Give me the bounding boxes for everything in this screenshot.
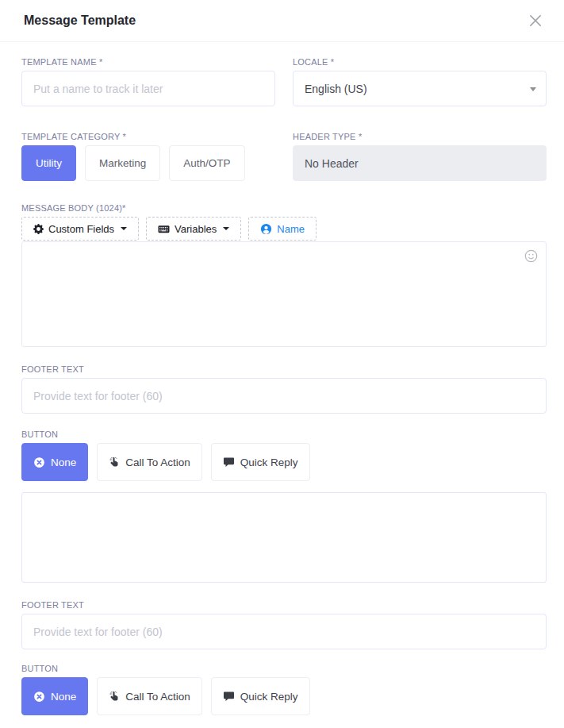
button-call-to-action[interactable]: Call To Action — [97, 443, 202, 481]
message-body-textarea[interactable] — [22, 242, 546, 346]
message-body-2-box — [21, 492, 547, 583]
button-2-quick-reply-label: Quick Reply — [240, 691, 298, 703]
category-authotp-button[interactable]: Auth/OTP — [169, 145, 244, 181]
message-body-toolbar: Custom Fields Variables Name — [21, 217, 547, 241]
button-2-none[interactable]: None — [21, 677, 88, 715]
header-type-select[interactable]: No Header — [293, 145, 547, 181]
modal-header: Message Template — [0, 0, 564, 42]
locale-value: English (US) — [305, 83, 367, 95]
button-quick-reply-label: Quick Reply — [240, 456, 298, 468]
header-type-value: No Header — [305, 157, 359, 170]
modal-title: Message Template — [24, 13, 136, 28]
button-type-options: None Call To Action Quick Reply — [21, 443, 547, 481]
chevron-down-icon — [121, 227, 127, 230]
template-category-label: TEMPLATE CATEGORY * — [21, 132, 275, 141]
locale-group: LOCALE * English (US) — [293, 57, 547, 106]
footer-text-2-label: FOOTER TEXT — [21, 600, 547, 610]
footer-text-group: FOOTER TEXT — [21, 364, 547, 414]
close-button[interactable] — [526, 11, 545, 30]
template-category-group: TEMPLATE CATEGORY * Utility Marketing Au… — [21, 132, 275, 181]
custom-fields-label: Custom Fields — [48, 223, 114, 235]
custom-fields-button[interactable]: Custom Fields — [21, 217, 139, 241]
chevron-down-icon — [530, 87, 536, 91]
footer-text-2-group: FOOTER TEXT — [21, 600, 547, 649]
message-body-2-textarea[interactable] — [22, 493, 546, 582]
button-type-2-group: BUTTON None Call To Action — [21, 664, 547, 715]
name-label: Name — [277, 223, 305, 235]
locale-select[interactable]: English (US) — [293, 71, 547, 106]
button-label: BUTTON — [21, 429, 547, 439]
x-circle-icon — [33, 456, 45, 468]
button-none-label: None — [51, 456, 76, 468]
header-type-group: HEADER TYPE * No Header — [293, 132, 547, 181]
header-type-label: HEADER TYPE * — [293, 132, 547, 141]
emoji-picker-button[interactable] — [523, 248, 539, 264]
template-name-input[interactable] — [21, 71, 275, 106]
category-utility-button[interactable]: Utility — [21, 145, 76, 181]
keyboard-icon — [158, 224, 170, 234]
button-2-quick-reply[interactable]: Quick Reply — [211, 677, 310, 715]
gear-icon — [33, 224, 44, 234]
template-name-group: TEMPLATE NAME * — [21, 57, 275, 106]
button-2-call-to-action[interactable]: Call To Action — [97, 677, 202, 715]
chat-bubble-icon — [223, 456, 235, 468]
template-name-label: TEMPLATE NAME * — [21, 57, 275, 67]
button-type-2-options: None Call To Action Quick Reply — [21, 677, 547, 715]
x-circle-icon — [33, 691, 45, 703]
button-none[interactable]: None — [21, 443, 88, 481]
message-body-box — [21, 241, 547, 347]
chat-bubble-icon — [223, 691, 235, 702]
footer-text-label: FOOTER TEXT — [21, 364, 547, 374]
locale-label: LOCALE * — [293, 57, 547, 67]
variables-button[interactable]: Variables — [146, 217, 241, 241]
modal-body: TEMPLATE NAME * LOCALE * English (US) TE… — [0, 42, 564, 715]
hand-pointer-icon — [109, 456, 120, 468]
smiley-icon — [524, 249, 538, 263]
button-2-none-label: None — [51, 691, 76, 703]
name-button[interactable]: Name — [248, 217, 317, 241]
button-call-to-action-label: Call To Action — [125, 456, 190, 468]
button-quick-reply[interactable]: Quick Reply — [211, 443, 310, 481]
chevron-down-icon — [223, 227, 229, 230]
button-2-label: BUTTON — [21, 664, 547, 673]
close-icon — [528, 13, 543, 28]
category-marketing-button[interactable]: Marketing — [85, 145, 160, 181]
footer-text-input[interactable] — [21, 378, 547, 414]
message-body-2-group — [21, 492, 547, 583]
person-circle-icon — [260, 223, 272, 235]
message-body-group: MESSAGE BODY (1024)* Custom Fields Varia… — [21, 203, 547, 347]
message-body-label: MESSAGE BODY (1024)* — [21, 203, 547, 213]
message-template-modal: Message Template TEMPLATE NAME * LOCALE … — [0, 0, 564, 728]
variables-label: Variables — [175, 223, 217, 235]
button-type-group: BUTTON None Call To Action — [21, 429, 547, 481]
footer-text-2-input[interactable] — [21, 614, 547, 649]
template-category-options: Utility Marketing Auth/OTP — [21, 145, 275, 181]
button-2-call-to-action-label: Call To Action — [125, 691, 190, 703]
hand-pointer-icon — [109, 691, 120, 702]
